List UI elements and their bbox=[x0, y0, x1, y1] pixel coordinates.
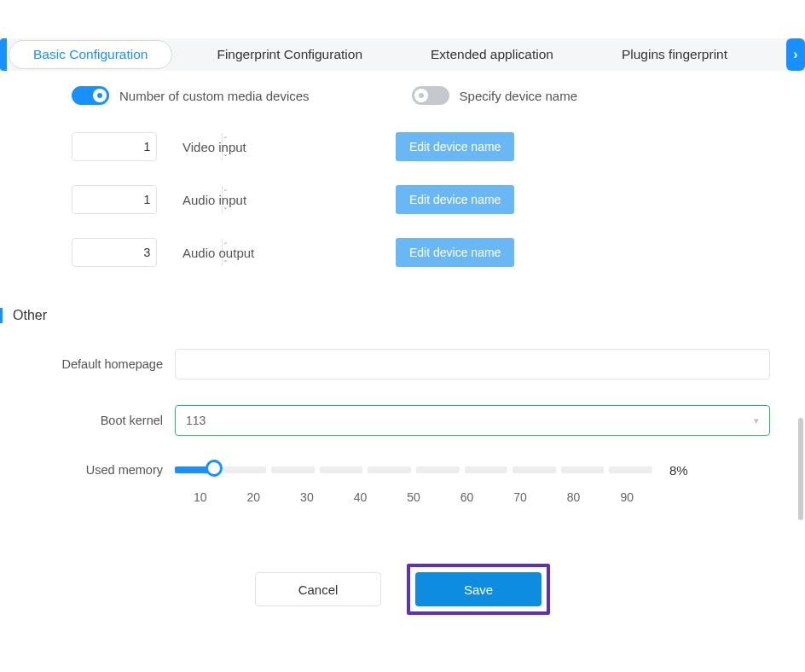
video-input-row: ⌃ ⌄ Video input Edit device name bbox=[72, 132, 805, 161]
audio-input-row: ⌃ ⌄ Audio input Edit device name bbox=[72, 185, 805, 214]
tab-extended-application[interactable]: Extended application bbox=[407, 38, 577, 71]
tabs-bar: Basic Configuration Fingerprint Configur… bbox=[0, 38, 805, 71]
cancel-button[interactable]: Cancel bbox=[255, 572, 381, 606]
audio-input-label: Audio input bbox=[182, 193, 396, 207]
edit-video-device-button[interactable]: Edit device name bbox=[396, 132, 514, 161]
section-other-title: Other bbox=[13, 308, 47, 323]
video-input-stepper[interactable]: ⌃ ⌄ bbox=[72, 132, 157, 161]
slider-handle[interactable] bbox=[206, 460, 223, 477]
audio-input-stepper[interactable]: ⌃ ⌄ bbox=[72, 185, 157, 214]
edit-audio-input-device-button[interactable]: Edit device name bbox=[396, 185, 514, 214]
default-homepage-input[interactable] bbox=[175, 349, 770, 379]
chevron-down-icon: ▾ bbox=[754, 415, 759, 426]
audio-output-row: ⌃ ⌄ Audio output Edit device name bbox=[72, 238, 805, 267]
video-input-label: Video input bbox=[182, 140, 396, 154]
custom-media-devices-switch[interactable] bbox=[72, 86, 109, 105]
specify-device-name-label: Specify device name bbox=[460, 89, 577, 103]
section-other: Other bbox=[0, 308, 805, 323]
boot-kernel-label: Boot kernel bbox=[0, 414, 175, 427]
scrollbar-thumb[interactable] bbox=[798, 418, 803, 520]
chevron-right-icon: › bbox=[793, 47, 797, 62]
edit-audio-output-device-button[interactable]: Edit device name bbox=[396, 238, 514, 267]
slider-ticks: 10 20 30 40 50 60 70 80 90 bbox=[175, 490, 652, 504]
tab-scroll-right-button[interactable]: › bbox=[786, 38, 805, 71]
boot-kernel-value: 113 bbox=[186, 414, 206, 427]
used-memory-value: 8% bbox=[669, 463, 688, 478]
audio-output-label: Audio output bbox=[182, 246, 396, 260]
save-highlight-box: Save bbox=[407, 564, 550, 615]
custom-media-devices-label: Number of custom media devices bbox=[119, 89, 310, 103]
tab-plugins-fingerprint[interactable]: Plugins fingerprint bbox=[598, 38, 751, 71]
tab-basic-configuration[interactable]: Basic Configuration bbox=[9, 40, 172, 69]
audio-output-stepper[interactable]: ⌃ ⌄ bbox=[72, 238, 157, 267]
specify-device-name-switch[interactable] bbox=[412, 86, 449, 105]
tab-accent-left bbox=[0, 38, 7, 71]
used-memory-slider[interactable] bbox=[175, 466, 652, 473]
tab-fingerprint-configuration[interactable]: Fingerprint Configuration bbox=[193, 38, 386, 71]
save-button[interactable]: Save bbox=[415, 572, 541, 606]
default-homepage-label: Default homepage bbox=[0, 357, 175, 371]
used-memory-label: Used memory bbox=[0, 463, 175, 477]
boot-kernel-select[interactable]: 113 ▾ bbox=[175, 405, 770, 436]
